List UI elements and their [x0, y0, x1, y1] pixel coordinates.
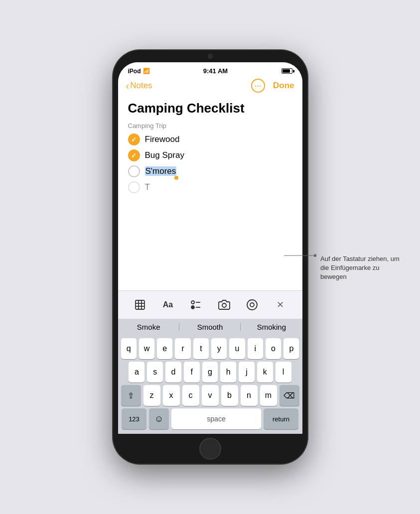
keyboard[interactable]: q w e r t y u i o p a s d f g — [118, 335, 302, 434]
item-text-1: Firewood — [145, 134, 180, 144]
numbers-label: 123 — [129, 415, 140, 423]
checkbox-3[interactable] — [128, 165, 140, 177]
back-chevron-icon: ‹ — [126, 81, 130, 91]
annotation-line — [284, 255, 316, 257]
nav-actions: ··· Done — [251, 79, 294, 93]
key-b[interactable]: b — [221, 385, 238, 406]
key-p[interactable]: p — [283, 338, 299, 359]
key-r[interactable]: r — [175, 338, 190, 359]
device-bottom — [113, 434, 307, 464]
checkbox-1[interactable] — [128, 133, 140, 145]
status-left: iPod 📶 — [128, 68, 150, 75]
key-j[interactable]: j — [239, 362, 255, 383]
key-q[interactable]: q — [121, 338, 137, 359]
key-g[interactable]: g — [202, 362, 218, 383]
back-button[interactable]: ‹ Notes — [126, 81, 152, 91]
item-text-3[interactable]: S'mores — [145, 166, 181, 176]
status-right — [281, 68, 292, 74]
autocomplete-word-2[interactable]: Smooth — [179, 322, 241, 332]
item-text-2: Bug Spray — [145, 150, 184, 160]
svg-point-5 — [191, 301, 194, 304]
home-button[interactable] — [199, 438, 221, 460]
section-label: Camping Trip — [128, 122, 292, 129]
key-c[interactable]: c — [182, 385, 199, 406]
device: iPod 📶 9:41 AM ‹ Notes ··· — [113, 50, 307, 464]
key-return[interactable]: return — [264, 408, 298, 429]
annotation-text: Auf der Tastatur ziehen, um die Einfügem… — [320, 255, 405, 282]
selected-text: S'mores — [145, 166, 177, 176]
close-icon: ✕ — [277, 299, 284, 310]
key-n[interactable]: n — [241, 385, 258, 406]
item-text-4: T — [145, 182, 150, 192]
checklist-item-1: Firewood — [128, 133, 292, 145]
svg-point-6 — [191, 306, 194, 309]
battery-fill — [282, 69, 290, 73]
checklist-item-3: S'mores — [128, 165, 292, 177]
key-u[interactable]: u — [229, 338, 245, 359]
checklist-item-4: T — [128, 181, 292, 193]
status-time: 9:41 AM — [203, 67, 228, 75]
key-a[interactable]: a — [129, 362, 144, 383]
ellipsis-label: ··· — [255, 82, 262, 90]
key-x[interactable]: x — [163, 385, 180, 406]
autocomplete-word-3[interactable]: Smoking — [241, 322, 302, 332]
key-y[interactable]: y — [211, 338, 227, 359]
format-text-label: Aa — [163, 300, 173, 309]
key-l[interactable]: l — [276, 362, 291, 383]
key-z[interactable]: z — [143, 385, 160, 406]
key-v[interactable]: v — [202, 385, 219, 406]
svg-point-9 — [222, 303, 226, 307]
key-f[interactable]: f — [184, 362, 200, 383]
checklist-item-2: Bug Spray — [128, 149, 292, 161]
annotation: Auf der Tastatur ziehen, um die Einfügem… — [284, 255, 405, 282]
checklist-button[interactable] — [187, 296, 205, 314]
keyboard-row-4: 123 ☺ space return — [121, 408, 299, 429]
back-label: Notes — [130, 81, 152, 91]
scene: iPod 📶 9:41 AM ‹ Notes ··· — [0, 0, 420, 514]
more-button[interactable]: ··· — [251, 79, 265, 93]
key-space[interactable]: space — [171, 408, 261, 429]
svg-point-10 — [247, 300, 257, 310]
svg-point-11 — [250, 303, 254, 307]
emoji-icon: ☺ — [154, 414, 163, 424]
checkbox-2[interactable] — [128, 149, 140, 161]
note-content: Camping Checklist Camping Trip Firewood … — [118, 97, 302, 290]
key-shift[interactable]: ⇧ — [121, 385, 141, 406]
screen: iPod 📶 9:41 AM ‹ Notes ··· — [118, 62, 302, 434]
note-title[interactable]: Camping Checklist — [128, 101, 292, 116]
return-label: return — [273, 415, 289, 423]
wifi-icon: 📶 — [143, 68, 150, 74]
format-text-button[interactable]: Aa — [159, 296, 177, 314]
space-label: space — [207, 415, 225, 423]
key-k[interactable]: k — [257, 362, 273, 383]
key-e[interactable]: e — [157, 338, 172, 359]
key-i[interactable]: i — [248, 338, 263, 359]
svg-rect-0 — [136, 300, 144, 309]
key-w[interactable]: w — [139, 338, 154, 359]
text-cursor — [174, 176, 178, 180]
key-s[interactable]: s — [147, 362, 163, 383]
keyboard-row-2: a s d f g h j k l — [121, 362, 299, 383]
device-top — [113, 50, 307, 62]
link-button[interactable] — [243, 296, 261, 314]
carrier-label: iPod — [128, 68, 141, 75]
autocomplete-word-1[interactable]: Smoke — [118, 322, 179, 332]
close-toolbar-button[interactable]: ✕ — [271, 296, 289, 314]
formatting-toolbar: Aa — [118, 290, 302, 319]
camera-dot — [208, 54, 213, 59]
key-delete[interactable]: ⌫ — [280, 385, 299, 406]
checkbox-4[interactable] — [128, 181, 140, 193]
key-d[interactable]: d — [165, 362, 181, 383]
done-button[interactable]: Done — [273, 81, 294, 91]
key-t[interactable]: t — [193, 338, 209, 359]
table-button[interactable] — [131, 296, 149, 314]
key-m[interactable]: m — [260, 385, 277, 406]
key-o[interactable]: o — [266, 338, 281, 359]
key-h[interactable]: h — [220, 362, 236, 383]
key-emoji[interactable]: ☺ — [149, 408, 169, 429]
key-numbers[interactable]: 123 — [122, 408, 146, 429]
autocomplete-bar: Smoke Smooth Smoking — [118, 319, 302, 335]
camera-button[interactable] — [215, 296, 233, 314]
battery-icon — [281, 68, 292, 74]
keyboard-row-3: ⇧ z x c v b n m ⌫ — [121, 385, 299, 406]
